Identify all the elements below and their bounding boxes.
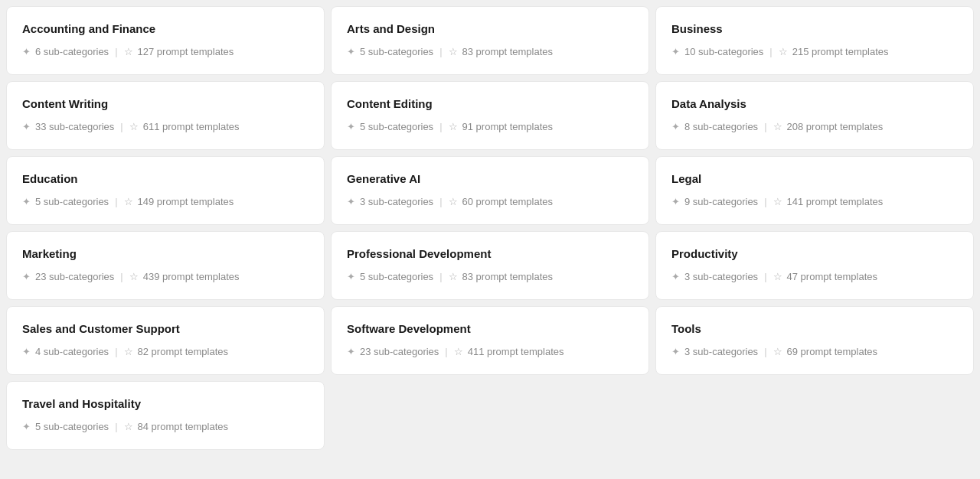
template-count: 47 prompt templates [787, 271, 878, 282]
category-meta: ✦ 5 sub-categories | ☆ 83 prompt templat… [347, 271, 633, 282]
category-meta: ✦ 23 sub-categories | ☆ 411 prompt templ… [347, 346, 633, 357]
category-card-productivity[interactable]: Productivity ✦ 3 sub-categories | ☆ 47 p… [655, 231, 974, 300]
category-card-sales-customer-support[interactable]: Sales and Customer Support ✦ 4 sub-categ… [6, 306, 325, 375]
meta-separator: | [764, 196, 766, 207]
category-card-business[interactable]: Business ✦ 10 sub-categories | ☆ 215 pro… [655, 6, 974, 75]
subcategory-icon: ✦ [347, 346, 355, 357]
subcategory-icon: ✦ [22, 421, 31, 432]
template-count: 69 prompt templates [787, 346, 878, 357]
category-card-software-development[interactable]: Software Development ✦ 23 sub-categories… [331, 306, 649, 375]
category-title: Marketing [22, 247, 309, 260]
category-card-content-editing[interactable]: Content Editing ✦ 5 sub-categories | ☆ 9… [331, 81, 649, 150]
template-icon: ☆ [454, 346, 463, 357]
category-title: Productivity [671, 247, 958, 260]
template-icon: ☆ [124, 196, 133, 207]
template-icon: ☆ [124, 421, 133, 432]
category-card-generative-ai[interactable]: Generative AI ✦ 3 sub-categories | ☆ 60 … [331, 156, 649, 225]
category-title: Arts and Design [347, 22, 633, 35]
subcategory-count: 3 sub-categories [684, 271, 758, 282]
category-meta: ✦ 3 sub-categories | ☆ 69 prompt templat… [671, 346, 958, 357]
subcategory-count: 5 sub-categories [360, 121, 433, 132]
subcategory-icon: ✦ [347, 121, 355, 132]
category-card-data-analysis[interactable]: Data Analysis ✦ 8 sub-categories | ☆ 208… [655, 81, 974, 150]
category-card-legal[interactable]: Legal ✦ 9 sub-categories | ☆ 141 prompt … [655, 156, 974, 225]
category-meta: ✦ 8 sub-categories | ☆ 208 prompt templa… [671, 121, 958, 132]
template-icon: ☆ [779, 46, 788, 57]
meta-separator: | [764, 271, 766, 282]
category-title: Software Development [347, 322, 633, 335]
template-icon: ☆ [124, 46, 133, 57]
subcategory-icon: ✦ [671, 46, 680, 57]
subcategory-count: 3 sub-categories [684, 346, 758, 357]
category-meta: ✦ 9 sub-categories | ☆ 141 prompt templa… [671, 196, 958, 207]
category-title: Legal [671, 172, 958, 185]
template-icon: ☆ [129, 121, 139, 132]
category-title: Data Analysis [671, 97, 958, 110]
category-meta: ✦ 5 sub-categories | ☆ 91 prompt templat… [347, 121, 633, 132]
template-count: 83 prompt templates [462, 46, 554, 57]
subcategory-icon: ✦ [22, 271, 31, 282]
template-icon: ☆ [773, 346, 782, 357]
subcategory-icon: ✦ [671, 271, 680, 282]
category-card-education[interactable]: Education ✦ 5 sub-categories | ☆ 149 pro… [6, 156, 325, 225]
meta-separator: | [764, 346, 766, 357]
subcategory-count: 6 sub-categories [35, 46, 109, 57]
meta-separator: | [764, 121, 766, 132]
category-meta: ✦ 3 sub-categories | ☆ 60 prompt templat… [347, 196, 633, 207]
subcategory-count: 4 sub-categories [35, 346, 109, 357]
category-card-arts-design[interactable]: Arts and Design ✦ 5 sub-categories | ☆ 8… [331, 6, 649, 75]
subcategory-count: 5 sub-categories [360, 271, 433, 282]
category-card-tools[interactable]: Tools ✦ 3 sub-categories | ☆ 69 prompt t… [655, 306, 974, 375]
category-meta: ✦ 23 sub-categories | ☆ 439 prompt templ… [22, 271, 309, 282]
category-meta: ✦ 6 sub-categories | ☆ 127 prompt templa… [22, 46, 309, 57]
category-title: Professional Development [347, 247, 633, 260]
subcategory-count: 5 sub-categories [35, 196, 109, 207]
template-count: 215 prompt templates [792, 46, 889, 57]
subcategory-icon: ✦ [22, 46, 31, 57]
template-count: 141 prompt templates [787, 196, 884, 207]
template-count: 439 prompt templates [143, 271, 240, 282]
subcategory-count: 5 sub-categories [35, 421, 109, 432]
subcategory-icon: ✦ [671, 121, 680, 132]
category-meta: ✦ 5 sub-categories | ☆ 84 prompt templat… [22, 421, 309, 432]
category-meta: ✦ 33 sub-categories | ☆ 611 prompt templ… [22, 121, 309, 132]
template-icon: ☆ [773, 121, 782, 132]
meta-separator: | [439, 271, 442, 282]
category-card-professional-development[interactable]: Professional Development ✦ 5 sub-categor… [331, 231, 649, 300]
template-count: 91 prompt templates [462, 121, 554, 132]
category-meta: ✦ 5 sub-categories | ☆ 149 prompt templa… [22, 196, 309, 207]
category-title: Tools [671, 322, 958, 335]
category-title: Travel and Hospitality [22, 397, 309, 410]
subcategory-count: 8 sub-categories [684, 121, 758, 132]
category-title: Business [671, 22, 958, 35]
category-title: Sales and Customer Support [22, 322, 309, 335]
category-title: Education [22, 172, 309, 185]
meta-separator: | [439, 121, 442, 132]
template-count: 411 prompt templates [468, 346, 564, 357]
meta-separator: | [769, 46, 772, 57]
template-count: 127 prompt templates [138, 46, 234, 57]
category-title: Generative AI [347, 172, 633, 185]
category-title: Accounting and Finance [22, 22, 309, 35]
template-icon: ☆ [449, 46, 458, 57]
template-count: 82 prompt templates [138, 346, 229, 357]
subcategory-icon: ✦ [671, 196, 680, 207]
meta-separator: | [120, 271, 122, 282]
category-card-marketing[interactable]: Marketing ✦ 23 sub-categories | ☆ 439 pr… [6, 231, 325, 300]
template-count: 84 prompt templates [138, 421, 229, 432]
subcategory-count: 23 sub-categories [35, 271, 114, 282]
template-count: 149 prompt templates [138, 196, 234, 207]
subcategory-icon: ✦ [347, 196, 355, 207]
category-meta: ✦ 3 sub-categories | ☆ 47 prompt templat… [671, 271, 958, 282]
subcategory-icon: ✦ [671, 346, 680, 357]
category-card-travel-hospitality[interactable]: Travel and Hospitality ✦ 5 sub-categorie… [6, 381, 325, 450]
category-card-accounting-finance[interactable]: Accounting and Finance ✦ 6 sub-categorie… [6, 6, 325, 75]
meta-separator: | [115, 196, 117, 207]
meta-separator: | [115, 346, 117, 357]
subcategory-icon: ✦ [347, 46, 355, 57]
template-icon: ☆ [773, 271, 782, 282]
category-card-content-writing[interactable]: Content Writing ✦ 33 sub-categories | ☆ … [6, 81, 325, 150]
template-count: 208 prompt templates [787, 121, 884, 132]
subcategory-count: 5 sub-categories [360, 46, 433, 57]
meta-separator: | [439, 196, 442, 207]
